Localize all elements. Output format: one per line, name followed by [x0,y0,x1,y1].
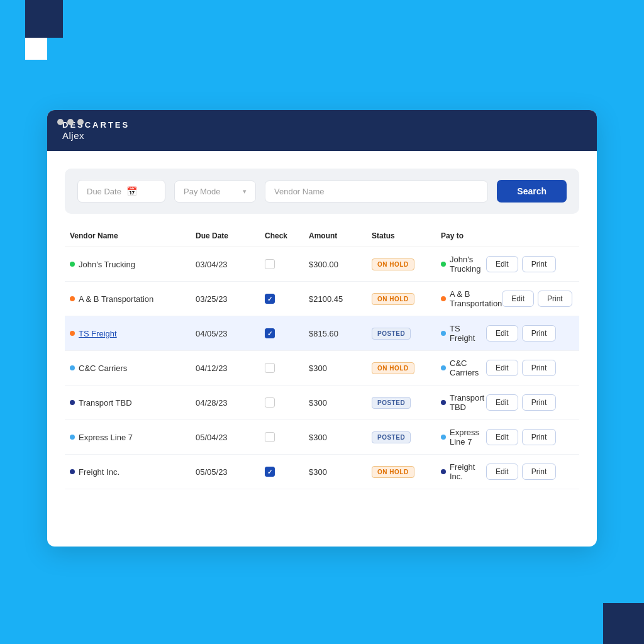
cell-status: ON HOLD [372,293,441,305]
table-row: C&C Carriers 04/12/23 $300 ON HOLD C&C C… [65,351,579,386]
vendor-name-link[interactable]: TS Freight [79,329,117,338]
table-body: John's Trucking 03/04/23 $300.00 ON HOLD… [65,247,579,489]
vendor-dot [70,331,75,336]
cell-vendor: Express Line 7 [70,433,196,442]
vendor-dot [70,365,75,370]
checkbox[interactable] [265,294,275,304]
print-button[interactable]: Print [522,360,557,376]
pay-to-name: TS Freight [450,324,486,343]
edit-button[interactable]: Edit [486,256,518,272]
edit-button[interactable]: Edit [486,394,518,411]
main-window: DESCARTES Aljex Due Date 📅 Pay Mode ▾ Ve… [47,110,597,547]
cell-vendor: A & B Transportation [70,294,196,304]
vendor-dot [70,435,75,440]
print-button[interactable]: Print [522,429,557,445]
cell-check [265,467,309,477]
calendar-icon: 📅 [126,186,137,196]
edit-button[interactable]: Edit [486,325,518,341]
vendor-dot [70,400,75,405]
cell-status: POSTED [372,397,441,409]
cell-pay-to: C&C Carriers [441,358,486,377]
table-row: John's Trucking 03/04/23 $300.00 ON HOLD… [65,247,579,282]
status-badge: ON HOLD [372,362,414,374]
cell-vendor: John's Trucking [70,260,196,269]
print-button[interactable]: Print [522,325,557,341]
checkbox[interactable] [265,363,275,373]
status-badge: ON HOLD [372,466,414,478]
status-badge: ON HOLD [372,293,414,305]
pay-to-dot [441,435,446,440]
status-badge: POSTED [372,328,411,340]
amount-value: $300 [309,398,327,408]
amount-value: $2100.45 [309,294,343,304]
cell-pay-to: A & B Transportation [441,289,502,308]
vendor-name-text: A & B Transportation [79,294,153,304]
cell-amount: $300.00 [309,260,372,269]
cell-pay-to: John's Trucking [441,255,486,274]
table-row: Freight Inc. 05/05/23 $300 ON HOLD Freig… [65,455,579,489]
edit-button[interactable]: Edit [486,360,518,376]
cell-due-date: 05/04/23 [196,433,265,442]
cell-status: ON HOLD [372,258,441,270]
vendor-name-label: Vendor Name [274,187,325,196]
vendor-name-text: Express Line 7 [79,433,133,442]
vendor-dot [70,469,75,474]
pay-to-name: Express Line 7 [450,428,486,447]
cell-check [265,259,309,269]
amount-value: $300 [309,364,327,373]
print-button[interactable]: Print [522,394,557,411]
cell-status: POSTED [372,328,441,340]
checkbox[interactable] [265,397,275,408]
pay-to-dot [441,365,446,370]
due-date-value: 04/12/23 [196,364,228,373]
checkbox[interactable] [265,259,275,269]
print-button[interactable]: Print [522,464,557,480]
print-button[interactable]: Print [538,291,572,307]
cell-due-date: 04/12/23 [196,364,265,373]
window-minimize-dot [67,119,74,125]
cell-pay-to: Freight Inc. [441,462,486,481]
cell-amount: $300 [309,398,372,408]
checkbox[interactable] [265,432,275,442]
col-check: Check [265,231,309,240]
edit-button[interactable]: Edit [486,429,518,445]
cell-pay-to: Transport TBD [441,393,486,412]
cell-due-date: 04/05/23 [196,329,265,338]
cell-vendor: C&C Carriers [70,364,196,373]
vendor-name-text: C&C Carriers [79,364,127,373]
chevron-down-icon: ▾ [243,187,247,196]
cell-due-date: 03/25/23 [196,294,265,304]
due-date-label: Due Date [87,187,121,196]
due-date-value: 04/05/23 [196,329,228,338]
checkbox[interactable] [265,467,275,477]
pay-to-name: C&C Carriers [450,358,486,377]
cell-actions: Edit Print [486,429,574,445]
cell-vendor: Freight Inc. [70,467,196,477]
bg-square-dark-bottom [603,603,644,644]
pay-mode-field[interactable]: Pay Mode ▾ [174,180,256,203]
vendor-name-field[interactable]: Vendor Name [265,180,488,203]
edit-button[interactable]: Edit [486,464,518,480]
col-status: Status [372,231,441,240]
window-maximize-dot [77,119,84,125]
cell-actions: Edit Print [486,256,574,272]
cell-status: ON HOLD [372,466,441,478]
cell-amount: $815.60 [309,329,372,338]
pay-to-name: John's Trucking [450,255,486,274]
amount-value: $815.60 [309,329,338,338]
pay-to-dot [441,400,446,405]
table-row: Express Line 7 05/04/23 $300 POSTED Expr… [65,420,579,455]
amount-value: $300.00 [309,260,338,269]
due-date-value: 04/28/23 [196,398,228,408]
pay-to-dot [441,296,446,301]
due-date-field[interactable]: Due Date 📅 [77,180,165,203]
cell-pay-to: Express Line 7 [441,428,486,447]
print-button[interactable]: Print [522,256,557,272]
checkbox[interactable] [265,328,275,338]
vendor-dot [70,262,75,267]
cell-check [265,397,309,408]
col-vendor-name: Vendor Name [70,231,196,240]
due-date-value: 03/04/23 [196,260,228,269]
edit-button[interactable]: Edit [502,291,534,307]
search-button[interactable]: Search [497,180,567,203]
